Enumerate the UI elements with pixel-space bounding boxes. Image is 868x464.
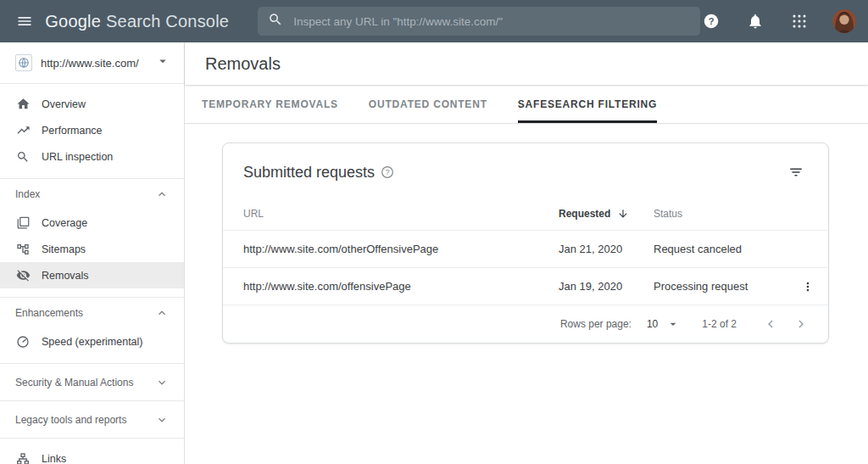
column-header-label: Requested: [559, 208, 610, 220]
topbar-actions: ?: [700, 9, 856, 33]
sidebar-item-label: Performance: [42, 125, 103, 137]
column-header-requested-sort[interactable]: Requested: [559, 208, 654, 220]
property-dropdown-caret-icon: [155, 53, 170, 72]
column-header-status: Status: [654, 208, 799, 220]
sidebar-item-speed[interactable]: Speed (experimental): [0, 328, 184, 355]
bell-icon: [747, 13, 764, 30]
search-icon: [268, 12, 283, 31]
sidebar-section-index: Index Coverage Sitemaps: [0, 179, 184, 298]
card-header: Submitted requests ?: [223, 143, 828, 198]
section-title: Legacy tools and reports: [15, 414, 126, 426]
avatar-image: [832, 9, 856, 33]
chevron-left-icon: [763, 316, 778, 332]
property-favicon: [15, 54, 32, 71]
tab-safesearch-filtering[interactable]: SAFESEARCH FILTERING: [518, 85, 657, 123]
app-logo[interactable]: Google Search Console: [45, 12, 229, 31]
top-app-bar: Google Search Console ?: [0, 0, 868, 42]
pagination-range: 1-2 of 2: [702, 318, 737, 330]
sidebar: http://www.site.com/ Overview Performan: [0, 42, 185, 464]
magnifier-icon: [15, 150, 31, 164]
table-row[interactable]: http://www.site.com/offensivePage Jan 19…: [223, 267, 828, 305]
row-status: Processing request: [654, 280, 799, 293]
google-apps-button[interactable]: [788, 10, 810, 32]
links-tree-icon: [15, 452, 31, 464]
app-root: Google Search Console ?: [0, 0, 868, 464]
help-outline-icon[interactable]: ?: [381, 165, 394, 179]
next-page-button[interactable]: [789, 312, 813, 336]
search-input[interactable]: [293, 15, 690, 28]
notifications-button[interactable]: [744, 10, 766, 32]
row-status: Request canceled: [654, 243, 799, 255]
sidebar-item-label: Coverage: [42, 217, 87, 229]
section-title: Index: [15, 188, 40, 200]
help-icon: ?: [702, 12, 721, 31]
dropdown-caret-icon: [666, 317, 680, 331]
sidebar-bottom-group: Links: [0, 439, 184, 464]
filter-list-icon: [788, 165, 804, 180]
url-inspection-searchbar[interactable]: [258, 7, 700, 36]
sidebar-item-performance[interactable]: Performance: [0, 117, 184, 143]
sidebar-item-label: Overview: [42, 98, 86, 110]
svg-text:?: ?: [709, 16, 715, 26]
content-area: Submitted requests ? URL: [185, 124, 868, 464]
globe-icon: [18, 57, 30, 69]
sort-arrow-down-icon: [617, 208, 629, 220]
section-header-security-manual-actions[interactable]: Security & Manual Actions: [0, 364, 184, 401]
row-url: http://www.site.com/offensivePage: [243, 280, 559, 293]
trending-up-icon: [15, 123, 31, 137]
page-header: Removals: [185, 42, 868, 85]
tab-outdated-content[interactable]: OUTDATED CONTENT: [369, 85, 487, 123]
pagination-bar: Rows per page: 10 1-2 of 2: [223, 305, 828, 343]
tab-bar: TEMPORARY REMOVALS OUTDATED CONTENT SAFE…: [185, 85, 868, 124]
sidebar-item-label: Links: [42, 453, 66, 464]
chevron-up-icon: [155, 306, 169, 320]
section-header-legacy-tools[interactable]: Legacy tools and reports: [0, 401, 184, 439]
section-header-index[interactable]: Index: [0, 179, 184, 210]
sitemap-tree-icon: [15, 243, 31, 256]
page-title: Removals: [205, 54, 281, 74]
sidebar-section-enhancements: Enhancements Speed (experimental): [0, 298, 184, 364]
sidebar-item-label: Sitemaps: [42, 243, 86, 255]
sidebar-item-label: URL inspection: [42, 151, 113, 163]
sidebar-item-overview[interactable]: Overview: [0, 91, 184, 117]
section-title: Enhancements: [15, 307, 83, 319]
main-area: Removals TEMPORARY REMOVALS OUTDATED CON…: [185, 42, 868, 464]
chevron-down-icon: [155, 413, 169, 427]
rows-per-page-value: 10: [647, 318, 658, 330]
hamburger-icon: [16, 13, 33, 30]
submitted-requests-card: Submitted requests ? URL: [222, 143, 829, 344]
column-header-url: URL: [243, 208, 559, 220]
sidebar-item-label: Speed (experimental): [42, 336, 143, 348]
help-button[interactable]: ?: [700, 10, 722, 32]
logo-product-text: Search Console: [106, 12, 229, 31]
section-header-enhancements[interactable]: Enhancements: [0, 298, 184, 328]
property-selector[interactable]: http://www.site.com/: [0, 42, 184, 84]
sidebar-item-coverage[interactable]: Coverage: [0, 210, 184, 236]
tab-temporary-removals[interactable]: TEMPORARY REMOVALS: [202, 85, 338, 123]
rows-per-page-select[interactable]: 10: [647, 317, 680, 331]
section-title: Security & Manual Actions: [15, 377, 133, 389]
rows-per-page-label: Rows per page:: [560, 318, 632, 330]
chevron-right-icon: [793, 316, 809, 332]
apps-grid-icon: [792, 14, 807, 29]
menu-icon[interactable]: [10, 6, 38, 36]
previous-page-button[interactable]: [759, 312, 782, 336]
home-icon: [15, 97, 31, 111]
kebab-menu-icon: [801, 280, 815, 293]
sidebar-item-removals[interactable]: Removals: [0, 262, 184, 288]
logo-google-text: Google: [45, 12, 101, 31]
body-row: http://www.site.com/ Overview Performan: [0, 42, 868, 464]
card-title: Submitted requests: [243, 164, 375, 182]
row-overflow-menu-button[interactable]: [799, 275, 816, 299]
row-requested-date: Jan 21, 2020: [559, 243, 654, 255]
sidebar-item-sitemaps[interactable]: Sitemaps: [0, 236, 184, 262]
table-row[interactable]: http://www.site.com/otherOffensivePage J…: [223, 230, 828, 267]
svg-text:?: ?: [386, 168, 390, 176]
chevron-up-icon: [155, 187, 169, 201]
sidebar-item-links[interactable]: Links: [0, 445, 184, 464]
account-avatar[interactable]: [832, 9, 856, 33]
eye-off-icon: [15, 268, 31, 282]
filter-button[interactable]: [784, 160, 808, 184]
sidebar-item-url-inspection[interactable]: URL inspection: [0, 143, 184, 170]
pages-icon: [15, 216, 31, 229]
